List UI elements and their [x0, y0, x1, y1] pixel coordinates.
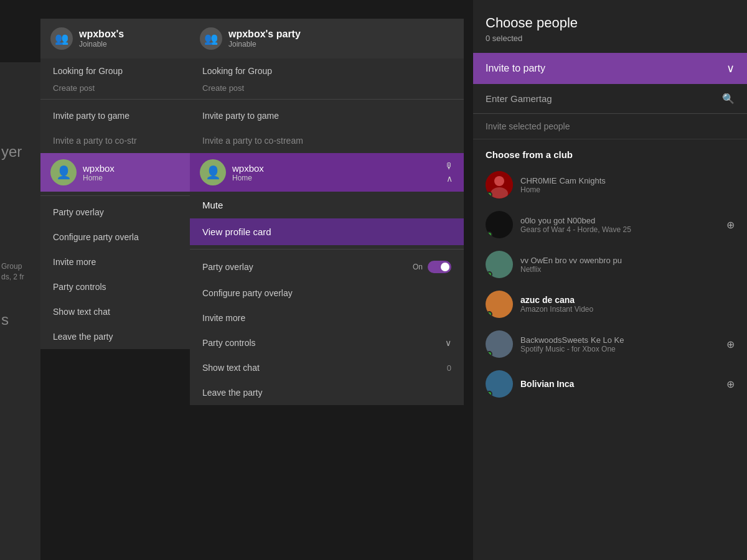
s-label: s [1, 311, 9, 329]
group-label: Groupds, 2 fr [1, 261, 24, 282]
friend-info-o0lo: o0lo you got N00bed Gears of War 4 - Hor… [520, 215, 719, 234]
panel2-member-wpxbox[interactable]: 👤 wpxbox Home 🎙 ∧ [190, 153, 464, 192]
search-icon[interactable]: 🔍 [722, 93, 735, 105]
bolivian-invite-icon[interactable]: ⊕ [726, 378, 735, 390]
friend-info-owen: vv OwEn bro vv owenbro pu Netflix [520, 255, 735, 274]
panel1-header: 👥 wpxbox's Joinable [40, 19, 196, 58]
panel1-divider2 [40, 195, 196, 196]
friend-avatar-bolivian [486, 370, 513, 398]
o0lo-invite-icon[interactable]: ⊕ [726, 219, 735, 231]
search-gamertag-label: Enter Gamertag [486, 93, 552, 104]
bolivian-name: Bolivian Inca [520, 379, 719, 389]
panel1-create-post[interactable]: Create post [40, 83, 196, 95]
chevron-up-icon: ∧ [446, 174, 453, 184]
panel1-header-info: wpxbox's Joinable [79, 29, 124, 49]
owen-online-dot [486, 271, 492, 278]
panel1-member-info: wpxbox Home [83, 163, 186, 182]
panel1-show-text-chat[interactable]: Show text chat [40, 299, 196, 324]
friend-avatar-backwoods [486, 330, 513, 358]
panel1-divider1 [40, 99, 196, 100]
invite-selected-label: Invite selected people [473, 114, 747, 139]
panel2-overlay-toggle[interactable] [428, 261, 451, 273]
yer-label: yer [1, 143, 22, 161]
backwoods-name: BackwoodsSweets Ke Lo Ke [520, 335, 719, 345]
invite-dropdown[interactable]: Invite to party ∨ [473, 53, 747, 84]
friend-item-owen[interactable]: vv OwEn bro vv owenbro pu Netflix [473, 245, 747, 284]
panel2-invite-game[interactable]: Invite party to game [190, 103, 464, 128]
panel2-member-name: wpxbox [232, 163, 439, 174]
friend-item-azuc[interactable]: azuc de cana Amazon Instant Video [473, 284, 747, 324]
friend-info-bolivian: Bolivian Inca [520, 379, 719, 389]
search-gamertag-row: Enter Gamertag 🔍 [473, 84, 747, 114]
panel1-member-wpxbox[interactable]: 👤 wpxbox Home [40, 153, 196, 192]
panel1-avatar-icon: 👥 [50, 27, 73, 50]
friend-item-backwoods[interactable]: BackwoodsSweets Ke Lo Ke Spotify Music -… [473, 324, 747, 364]
panel2-member-info: wpxbox Home [232, 163, 439, 182]
azuc-status: Amazon Instant Video [520, 305, 735, 314]
friend-avatar-owen [486, 251, 513, 278]
panel2-party-controls[interactable]: Party controls ∨ [190, 330, 464, 355]
panel2-costream[interactable]: Invite a party to co-stream [190, 128, 464, 153]
panel1-invite-game[interactable]: Invite party to game [40, 103, 196, 128]
panel2-header-name: wpxbox's party [228, 29, 301, 40]
panel1-party-controls[interactable]: Party controls [40, 274, 196, 299]
chromie-online-dot [486, 192, 492, 198]
backwoods-invite-icon[interactable]: ⊕ [726, 338, 735, 350]
panel2-member-status: Home [232, 174, 439, 182]
svg-point-1 [494, 176, 504, 186]
panel2-divider2 [190, 249, 464, 250]
panel1-lfg[interactable]: Looking for Group [40, 58, 196, 83]
party-controls-chevron-icon: ∨ [445, 338, 451, 348]
panel1-header-status: Joinable [79, 40, 124, 49]
panel1-member-name: wpxbox [83, 163, 186, 174]
panel2-show-text-chat[interactable]: Show text chat 0 [190, 355, 464, 380]
panel1-dropdown: 👥 wpxbox's Joinable Looking for Group Cr… [40, 19, 196, 349]
choose-people-title: Choose people [473, 0, 747, 34]
panel2-header-info: wpxbox's party Joinable [228, 29, 301, 49]
backwoods-online-dot [486, 351, 492, 357]
friend-item-o0lo[interactable]: o0lo you got N00bed Gears of War 4 - Hor… [473, 205, 747, 245]
chromie-name: CHR0MIE Cam Knights [520, 175, 735, 185]
friend-avatar-azuc [486, 291, 513, 318]
friend-avatar-chromie [486, 171, 513, 198]
panel1-invite-more[interactable]: Invite more [40, 250, 196, 274]
invite-dropdown-chevron-icon: ∨ [726, 62, 735, 75]
text-chat-badge: 0 [447, 363, 451, 373]
panel2-leave-party[interactable]: Leave the party [190, 380, 464, 405]
panel2-create-post[interactable]: Create post [190, 83, 464, 95]
panel2-lfg[interactable]: Looking for Group [190, 58, 464, 83]
panel1-costream[interactable]: Invite a party to co-str [40, 128, 196, 153]
choose-from-club-title: Choose from a club [473, 139, 747, 165]
panel2-party-overlay-row: Party overlay On [190, 253, 464, 281]
friend-avatar-o0lo [486, 211, 513, 238]
azuc-name: azuc de cana [520, 295, 735, 305]
azuc-online-dot [486, 311, 492, 317]
left-edge-panel: yer Groupds, 2 fr s [0, 62, 40, 560]
panel2-configure-overlay[interactable]: Configure party overlay [190, 281, 464, 306]
friend-item-bolivian[interactable]: Bolivian Inca ⊕ [473, 364, 747, 404]
panel1-member-avatar: 👤 [50, 159, 77, 185]
o0lo-name: o0lo you got N00bed [520, 215, 719, 225]
friend-info-azuc: azuc de cana Amazon Instant Video [520, 295, 735, 314]
panel1-party-overlay[interactable]: Party overlay [40, 200, 196, 225]
owen-name: vv OwEn bro vv owenbro pu [520, 255, 735, 265]
o0lo-status: Gears of War 4 - Horde, Wave 25 [520, 225, 719, 234]
panel2-member-icons: 🎙 ∧ [445, 161, 454, 184]
panel2-dropdown: 👥 wpxbox's party Joinable Looking for Gr… [190, 19, 464, 405]
panel2-divider1 [190, 99, 464, 100]
bolivian-online-dot [486, 391, 492, 397]
panel1-configure-overlay[interactable]: Configure party overla [40, 225, 196, 250]
panel2-mute[interactable]: Mute [190, 192, 464, 218]
panel1-member-status: Home [83, 174, 186, 182]
panel2-invite-more[interactable]: Invite more [190, 306, 464, 330]
o0lo-online-dot [486, 231, 492, 238]
chromie-status: Home [520, 185, 735, 194]
panel2-member-avatar: 👤 [200, 159, 226, 185]
friend-info-backwoods: BackwoodsSweets Ke Lo Ke Spotify Music -… [520, 335, 719, 353]
panel2-header-status: Joinable [228, 40, 301, 49]
friend-info-chromie: CHR0MIE Cam Knights Home [520, 175, 735, 194]
friend-item-chromie[interactable]: CHR0MIE Cam Knights Home [473, 165, 747, 205]
panel2-party-overlay-label: Party overlay [202, 262, 253, 272]
panel2-view-profile[interactable]: View profile card [190, 218, 464, 245]
panel1-leave-party[interactable]: Leave the party [40, 324, 196, 349]
